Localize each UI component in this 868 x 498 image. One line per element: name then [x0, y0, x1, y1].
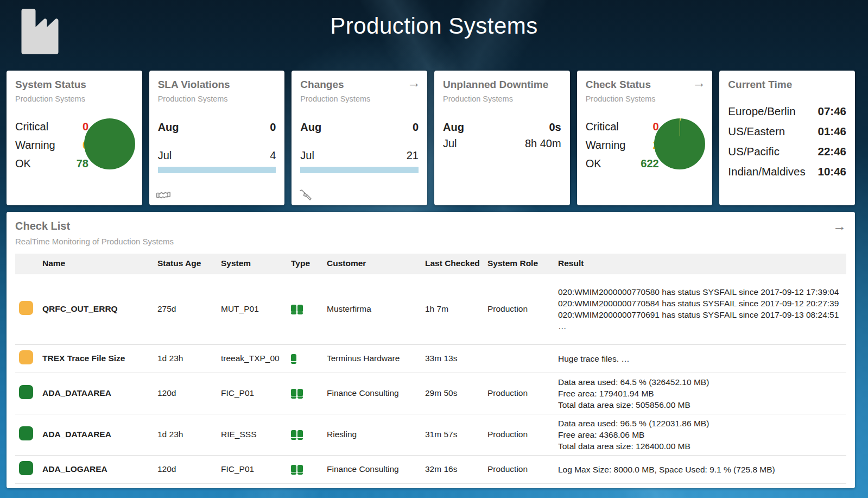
- ok-value: 78: [65, 157, 88, 170]
- trend-bar: [300, 167, 419, 173]
- screwdriver-icon: [299, 189, 313, 201]
- customer: Musterfirma: [327, 274, 425, 344]
- card-title: Current Time: [728, 79, 846, 91]
- status-chip: [19, 385, 33, 399]
- col-status-age: Status Age: [157, 254, 221, 274]
- check-name: ADA_DATAAREA: [42, 414, 157, 455]
- card-changes[interactable]: → Changes Production Systems Aug0 Jul21: [292, 71, 427, 205]
- status-age: 120d: [157, 373, 221, 414]
- panel-subtitle: RealTime Monitoring of Production System…: [15, 237, 846, 246]
- card-current-time[interactable]: Current Time Europe/Berlin07:46 US/Easte…: [719, 71, 855, 205]
- system: MUT_P01: [221, 274, 291, 344]
- card-subtitle: Production Systems: [300, 94, 419, 103]
- app-header: Production Systems: [0, 0, 868, 64]
- critical-value: 0: [65, 121, 88, 133]
- timezone-time: 10:46: [818, 165, 846, 178]
- card-title: System Status: [15, 79, 134, 91]
- system-role: Production: [487, 455, 558, 483]
- system-role: Production: [487, 274, 558, 344]
- system-role: Production: [487, 373, 558, 414]
- open-check-status-arrow-icon[interactable]: →: [692, 76, 706, 90]
- ok-label: OK: [15, 157, 65, 170]
- critical-label: Critical: [586, 121, 635, 133]
- check-list-panel: → Check List RealTime Monitoring of Prod…: [7, 212, 855, 488]
- timezone-time: 01:46: [818, 125, 846, 138]
- system-role: [487, 344, 558, 373]
- table-row[interactable]: QRFC_OUT_ERRQ 275d MUT_P01 Musterfirma 1…: [15, 274, 846, 344]
- month-label: Jul: [443, 137, 525, 150]
- result: Huge trace files. …: [558, 344, 846, 373]
- month-label: Aug: [158, 121, 270, 134]
- open-check-list-arrow-icon[interactable]: →: [833, 218, 846, 234]
- system-type-icon: [291, 305, 303, 314]
- card-title: Unplanned Downtime: [443, 79, 561, 91]
- check-name: TREX Trace File Size: [42, 344, 157, 373]
- system-status-pie-chart: [84, 118, 135, 169]
- status-legend: Critical0 Warning2 OK622: [586, 121, 659, 170]
- col-system-role: System Role: [487, 254, 558, 274]
- timezone-label: US/Eastern: [728, 125, 818, 138]
- check-list-table: Name Status Age System Type Customer Las…: [15, 254, 846, 484]
- timezone-time: 22:46: [818, 145, 846, 158]
- card-subtitle: Production Systems: [15, 94, 134, 103]
- system: FIC_P01: [221, 455, 291, 483]
- last-checked: 29m 50s: [425, 373, 487, 414]
- system-type-icon: [291, 465, 303, 475]
- system: FIC_P01: [221, 373, 291, 414]
- critical-value: 0: [635, 121, 659, 133]
- status-age: 1d 23h: [157, 344, 221, 373]
- month-label: Jul: [158, 149, 270, 162]
- system-type-icon: [291, 389, 303, 399]
- table-row[interactable]: ADA_DATAAREA 120d FIC_P01 Finance Consul…: [15, 373, 846, 414]
- col-customer: Customer: [327, 254, 425, 274]
- month-value: 0: [270, 121, 276, 134]
- card-title: Check Status: [586, 79, 704, 91]
- last-checked: 1h 7m: [425, 274, 487, 344]
- card-unplanned-downtime[interactable]: Unplanned Downtime Production Systems Au…: [434, 71, 570, 205]
- status-chip: [19, 426, 33, 440]
- warning-label: Warning: [15, 139, 65, 152]
- month-value: 0: [413, 121, 419, 134]
- system-type-icon: [291, 354, 296, 364]
- timezone-time: 07:46: [818, 105, 846, 118]
- result: Data area used: 96.5 % (122031.86 MB) Fr…: [558, 414, 846, 455]
- ok-label: OK: [586, 157, 635, 170]
- page-title: Production Systems: [0, 13, 868, 39]
- check-name: ADA_LOGAREA: [42, 455, 157, 483]
- trend-bar: [158, 167, 276, 173]
- timezone-label: Indian/Maldives: [728, 165, 818, 178]
- table-row[interactable]: ADA_LOGAREA 120d FIC_P01 Finance Consult…: [15, 455, 846, 483]
- customer: Terminus Hardware: [327, 344, 425, 373]
- month-label: Aug: [443, 121, 549, 134]
- last-checked: 33m 13s: [425, 344, 487, 373]
- card-system-status[interactable]: System Status Production Systems Critica…: [7, 71, 142, 205]
- warning-label: Warning: [586, 139, 635, 152]
- card-sla-violations[interactable]: SLA Violations Production Systems Aug0 J…: [149, 71, 285, 205]
- card-subtitle: Production Systems: [586, 94, 704, 103]
- check-name: ADA_DATAAREA: [42, 373, 157, 414]
- check-status-pie-chart: [654, 118, 705, 169]
- timezone-label: Europe/Berlin: [728, 105, 818, 118]
- handshake-icon: [156, 189, 170, 201]
- result: Data area used: 64.5 % (326452.10 MB) Fr…: [558, 373, 846, 414]
- timezone-label: US/Pacific: [728, 145, 818, 158]
- card-title: SLA Violations: [158, 79, 276, 91]
- col-result: Result: [558, 254, 846, 274]
- card-subtitle: Production Systems: [443, 94, 561, 103]
- ok-value: 622: [635, 157, 659, 170]
- table-row[interactable]: ADA_DATAAREA 1d 23h RIE_SSS Riesling 31m…: [15, 414, 846, 455]
- card-title: Changes: [300, 79, 419, 91]
- last-checked: 32m 16s: [425, 455, 487, 483]
- card-check-status[interactable]: → Check Status Production Systems Critic…: [577, 71, 713, 205]
- customer: Finance Consulting: [327, 373, 425, 414]
- status-chip: [19, 350, 33, 364]
- col-type: Type: [291, 254, 327, 274]
- month-value: 4: [270, 149, 276, 162]
- status-legend: Critical0 Warning0 OK78: [15, 121, 88, 170]
- kpi-cards-row: System Status Production Systems Critica…: [7, 71, 855, 205]
- table-row[interactable]: TREX Trace File Size 1d 23h treeak_TXP_0…: [15, 344, 846, 373]
- month-value: 21: [407, 149, 419, 162]
- open-changes-arrow-icon[interactable]: →: [407, 76, 421, 90]
- month-label: Aug: [300, 121, 413, 134]
- col-last-checked: Last Checked: [425, 254, 487, 274]
